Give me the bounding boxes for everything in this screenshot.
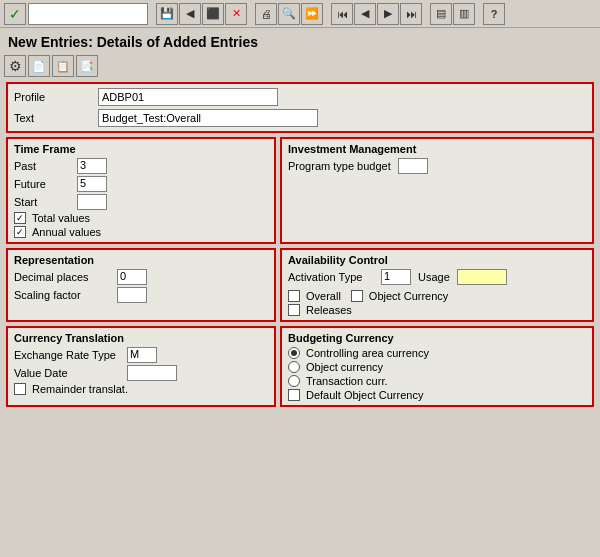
decimal-label: Decimal places [14, 271, 114, 283]
find-next-button[interactable]: ⏩ [301, 3, 323, 25]
first-button[interactable]: ⏮ [331, 3, 353, 25]
exchange-rate-label: Exchange Rate Type [14, 349, 124, 361]
overall-label: Overall [306, 290, 341, 302]
budgeting-currency-title: Budgeting Currency [288, 332, 586, 344]
object-radio[interactable] [288, 361, 300, 373]
object-currency-checkbox[interactable] [351, 290, 363, 302]
usage-input[interactable] [457, 269, 507, 285]
back-button[interactable]: ◀ [179, 3, 201, 25]
profile-value-field[interactable]: ADBP01 [98, 88, 278, 106]
text-label: Text [14, 112, 94, 124]
start-label: Start [14, 196, 74, 208]
time-frame-title: Time Frame [14, 143, 268, 155]
find-button[interactable]: 🔍 [278, 3, 300, 25]
profile-row: Profile ADBP01 [14, 88, 586, 106]
decimal-input[interactable]: 0 [117, 269, 147, 285]
default-object-label: Default Object Currency [306, 389, 423, 401]
row-currency-budget: Currency Translation Exchange Rate Type … [6, 326, 594, 407]
start-row: Start [14, 194, 268, 210]
object-currency-row: Object Currency [351, 290, 448, 302]
default-object-checkbox[interactable] [288, 389, 300, 401]
doc-icon1[interactable]: 📄 [28, 55, 50, 77]
profile-label: Profile [14, 91, 94, 103]
controlling-radio[interactable] [288, 347, 300, 359]
controlling-radio-row: Controlling area currency [288, 347, 586, 359]
currency-translation-section: Currency Translation Exchange Rate Type … [6, 326, 276, 407]
print-button[interactable]: 🖨 [255, 3, 277, 25]
future-input[interactable]: 5 [77, 176, 107, 192]
representation-section: Representation Decimal places 0 Scaling … [6, 248, 276, 322]
last-button[interactable]: ⏭ [400, 3, 422, 25]
overall-checkbox[interactable] [288, 290, 300, 302]
start-input[interactable] [77, 194, 107, 210]
save-button[interactable]: 💾 [156, 3, 178, 25]
availability-control-section: Availability Control Activation Type 1 U… [280, 248, 594, 322]
remainder-checkbox[interactable] [14, 383, 26, 395]
activation-label: Activation Type [288, 271, 378, 283]
checkboxes-row: Overall Object Currency [288, 288, 586, 302]
total-values-checkbox[interactable]: ✓ [14, 212, 26, 224]
annual-values-checkbox[interactable]: ✓ [14, 226, 26, 238]
check-button[interactable]: ✓ [4, 3, 26, 25]
toolbar-top: ✓ 💾 ◀ ⬛ ✕ 🖨 🔍 ⏩ ⏮ ◀ ▶ ⏭ ▤ ▥ ? [0, 0, 600, 28]
transaction-radio-row: Transaction curr. [288, 375, 586, 387]
investment-mgmt-section: Investment Management Program type budge… [280, 137, 594, 244]
currency-translation-title: Currency Translation [14, 332, 268, 344]
representation-title: Representation [14, 254, 268, 266]
doc-icon2[interactable]: 📋 [52, 55, 74, 77]
next-button[interactable]: ▶ [377, 3, 399, 25]
total-values-row: ✓ Total values [14, 212, 268, 224]
releases-label: Releases [306, 304, 352, 316]
value-date-label: Value Date [14, 367, 124, 379]
decimal-row: Decimal places 0 [14, 269, 268, 285]
prev-button[interactable]: ◀ [354, 3, 376, 25]
past-row: Past 3 [14, 158, 268, 174]
annual-values-row: ✓ Annual values [14, 226, 268, 238]
exchange-rate-input[interactable]: M [127, 347, 157, 363]
profile-section: Profile ADBP01 Text Budget_Test:Overall [6, 82, 594, 133]
value-date-input[interactable] [127, 365, 177, 381]
overall-row: Overall [288, 290, 341, 302]
toolbar-third: ⚙ 📄 📋 📑 [0, 54, 600, 78]
total-values-label: Total values [32, 212, 90, 224]
object-currency-label: Object Currency [369, 290, 448, 302]
main-content: Profile ADBP01 Text Budget_Test:Overall … [0, 78, 600, 411]
activation-input[interactable]: 1 [381, 269, 411, 285]
page-title: New Entries: Details of Added Entries [0, 28, 600, 54]
activation-row: Activation Type 1 Usage [288, 269, 586, 285]
program-type-label: Program type budget [288, 160, 391, 172]
row-rep-avail: Representation Decimal places 0 Scaling … [6, 248, 594, 322]
cancel-button[interactable]: ✕ [225, 3, 247, 25]
availability-control-title: Availability Control [288, 254, 586, 266]
remainder-label: Remainder translat. [32, 383, 128, 395]
scaling-label: Scaling factor [14, 289, 114, 301]
exit-button[interactable]: ⬛ [202, 3, 224, 25]
scaling-input[interactable] [117, 287, 147, 303]
releases-row: Releases [288, 304, 586, 316]
layout2-button[interactable]: ▥ [453, 3, 475, 25]
command-dropdown[interactable] [28, 3, 148, 25]
transaction-radio[interactable] [288, 375, 300, 387]
doc-icon3[interactable]: 📑 [76, 55, 98, 77]
investment-mgmt-title: Investment Management [288, 143, 586, 155]
detail-icon[interactable]: ⚙ [4, 55, 26, 77]
transaction-label: Transaction curr. [306, 375, 388, 387]
object-radio-row: Object currency [288, 361, 586, 373]
program-type-input[interactable] [398, 158, 428, 174]
default-object-row: Default Object Currency [288, 389, 586, 401]
text-row: Text Budget_Test:Overall [14, 109, 586, 127]
row-time-invest: Time Frame Past 3 Future 5 Start ✓ Total… [6, 137, 594, 244]
help-button[interactable]: ? [483, 3, 505, 25]
object-label: Object currency [306, 361, 383, 373]
value-date-row: Value Date [14, 365, 268, 381]
future-label: Future [14, 178, 74, 190]
layout1-button[interactable]: ▤ [430, 3, 452, 25]
time-frame-section: Time Frame Past 3 Future 5 Start ✓ Total… [6, 137, 276, 244]
remainder-row: Remainder translat. [14, 383, 268, 395]
text-value-field[interactable]: Budget_Test:Overall [98, 109, 318, 127]
releases-checkbox[interactable] [288, 304, 300, 316]
past-input[interactable]: 3 [77, 158, 107, 174]
budgeting-currency-section: Budgeting Currency Controlling area curr… [280, 326, 594, 407]
program-type-row: Program type budget [288, 158, 586, 174]
past-label: Past [14, 160, 74, 172]
